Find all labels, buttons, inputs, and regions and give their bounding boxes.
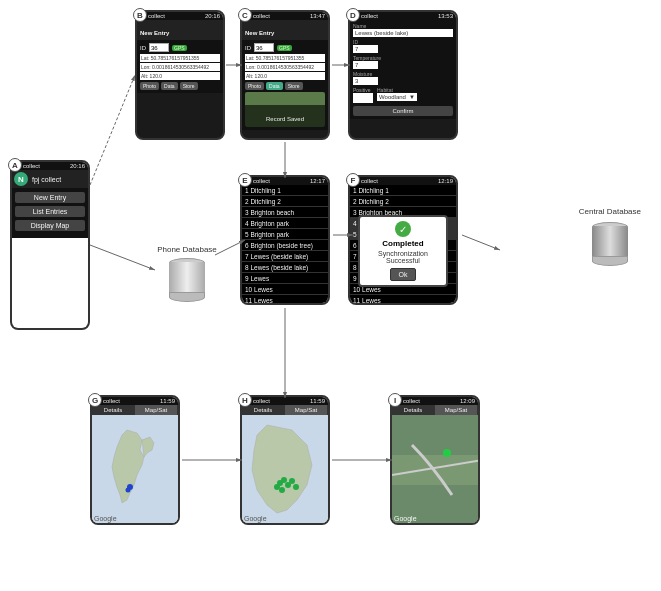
tab-bar-h: Details Map/Sat [242, 405, 328, 415]
positive-label-d: Positive [353, 87, 373, 93]
sync-title: Completed [366, 239, 440, 248]
record-saved: Record Saved [266, 116, 304, 122]
list-item-f-0[interactable]: 1 Ditchling 1 [350, 185, 456, 196]
list-item-e-1[interactable]: 2 Ditchling 2 [242, 196, 328, 207]
map-h[interactable]: Google [242, 415, 328, 523]
id-label-c: ID [245, 45, 251, 51]
list-item-e-8[interactable]: 9 Lewes [242, 273, 328, 284]
id-field-d[interactable]: 7 [353, 45, 378, 53]
phone-d: fpj collect 13:53 Name Lewes (beside lak… [348, 10, 458, 140]
photo-btn-c[interactable]: Photo [245, 82, 264, 90]
central-db: Central Database [579, 200, 641, 266]
id-label-b: ID [140, 45, 146, 51]
list-item-e-0[interactable]: 1 Ditchling 1 [242, 185, 328, 196]
status-bar-a: fpj collect 20:16 [12, 162, 88, 170]
phone-i: fpj collect 12:09 Details Map/Sat Google [390, 395, 480, 525]
time-h: 11:59 [310, 398, 325, 404]
list-item-e-9[interactable]: 10 Lewes [242, 284, 328, 295]
sync-dialog: ✓ Completed Synchronization Successful O… [358, 215, 448, 287]
list-item-e-6[interactable]: 7 Lewes (beside lake) [242, 251, 328, 262]
sync-message: Synchronization Successful [366, 250, 440, 264]
sync-ok-btn[interactable]: Ok [390, 268, 417, 281]
badge-h: H [238, 393, 252, 407]
tab-details-i[interactable]: Details [392, 405, 435, 415]
name-field-d[interactable]: Lewes (beside lake) [353, 29, 453, 37]
time-g: 11:59 [160, 398, 175, 404]
db-bottom [169, 292, 205, 302]
badge-d: D [346, 8, 360, 22]
status-bar-g: fpj collect 11:59 [92, 397, 178, 405]
list-item-f-10[interactable]: 11 Lewes [350, 295, 456, 305]
map-g[interactable]: Google [92, 415, 178, 523]
svg-point-14 [126, 488, 131, 493]
tab-mapsat-i[interactable]: Map/Sat [435, 405, 478, 415]
lat-c: Lat: 50.785176157951355 [245, 54, 325, 62]
tab-mapsat-g[interactable]: Map/Sat [135, 405, 178, 415]
list-item-e-3[interactable]: 4 Brighton park [242, 218, 328, 229]
central-db-bottom [592, 256, 628, 266]
data-btn-b[interactable]: Data [161, 82, 178, 90]
list-item-e-10[interactable]: 11 Lewes [242, 295, 328, 305]
phone-e: fpj collect 12:17 1 Ditchling 1 2 Ditchl… [240, 175, 330, 305]
moisture-label-d: Moisture [353, 71, 453, 77]
menu-list-entries[interactable]: List Entries [15, 206, 85, 217]
central-db-label: Central Database [579, 207, 641, 216]
id-field-c[interactable]: 36 [254, 43, 274, 52]
tab-details-g[interactable]: Details [92, 405, 135, 415]
positive-field-d[interactable] [353, 93, 373, 103]
temp-field-d[interactable]: 7 [353, 61, 378, 69]
time-a: 20:16 [70, 163, 85, 169]
list-item-f-1[interactable]: 2 Ditchling 2 [350, 196, 456, 207]
status-bar-f: fpj collect 12:19 [350, 177, 456, 185]
confirm-btn-d[interactable]: Confirm [353, 106, 453, 116]
alt-c: Alt: 120.0 [245, 72, 325, 80]
svg-text:Google: Google [244, 515, 267, 523]
status-bar-b: fpj collect 20:16 [137, 12, 223, 20]
photo-btn-b[interactable]: Photo [140, 82, 159, 90]
status-bar-h: fpj collect 11:59 [242, 397, 328, 405]
status-bar-e: fpj collect 12:17 [242, 177, 328, 185]
badge-f: F [346, 173, 360, 187]
map-i[interactable]: Google [392, 415, 478, 523]
badge-a: A [8, 158, 22, 172]
svg-line-1 [90, 245, 155, 270]
moisture-field-d[interactable]: 3 [353, 77, 378, 85]
time-e: 12:17 [310, 178, 325, 184]
data-btn-c[interactable]: Data [266, 82, 283, 90]
id-field-b[interactable]: 36 [149, 43, 169, 52]
list-item-e-5[interactable]: 6 Brighton (beside tree) [242, 240, 328, 251]
alt-b: Alt: 120.0 [140, 72, 220, 80]
time-b: 20:16 [205, 13, 220, 19]
phone-h: fpj collect 11:59 Details Map/Sat Google [240, 395, 330, 525]
phone-c-section: New Entry [245, 30, 274, 36]
phone-c: fpj collect 13:47 New Entry ID 36 GPS La… [240, 10, 330, 140]
phone-b-section: New Entry [140, 30, 169, 36]
svg-point-27 [443, 449, 451, 457]
status-bar-i: fpj collect 12:09 [392, 397, 478, 405]
store-btn-b[interactable]: Store [180, 82, 198, 90]
list-item-e-4[interactable]: 5 Brighton park [242, 229, 328, 240]
time-d: 13:53 [438, 13, 453, 19]
tab-bar-g: Details Map/Sat [92, 405, 178, 415]
svg-line-11 [90, 75, 135, 185]
badge-e: E [238, 173, 252, 187]
tab-details-h[interactable]: Details [242, 405, 285, 415]
phone-g: fpj collect 11:59 Details Map/Sat Google [90, 395, 180, 525]
tab-mapsat-h[interactable]: Map/Sat [285, 405, 328, 415]
list-item-e-2[interactable]: 3 Brighton beach [242, 207, 328, 218]
store-btn-c[interactable]: Store [285, 82, 303, 90]
menu-new-entry[interactable]: New Entry [15, 192, 85, 203]
gps-b: GPS [172, 45, 187, 51]
svg-point-21 [289, 478, 295, 484]
status-bar-d: fpj collect 13:53 [350, 12, 456, 20]
habitat-field-d[interactable]: Woodland ▼ [377, 93, 417, 101]
svg-point-18 [281, 477, 287, 483]
status-bar-c: fpj collect 13:47 [242, 12, 328, 20]
menu-display-map[interactable]: Display Map [15, 220, 85, 231]
svg-point-22 [293, 484, 299, 490]
badge-c: C [238, 8, 252, 22]
badge-i: I [388, 393, 402, 407]
list-item-e-7[interactable]: 8 Lewes (beside lake) [242, 262, 328, 273]
svg-point-20 [274, 484, 280, 490]
time-f: 12:19 [438, 178, 453, 184]
